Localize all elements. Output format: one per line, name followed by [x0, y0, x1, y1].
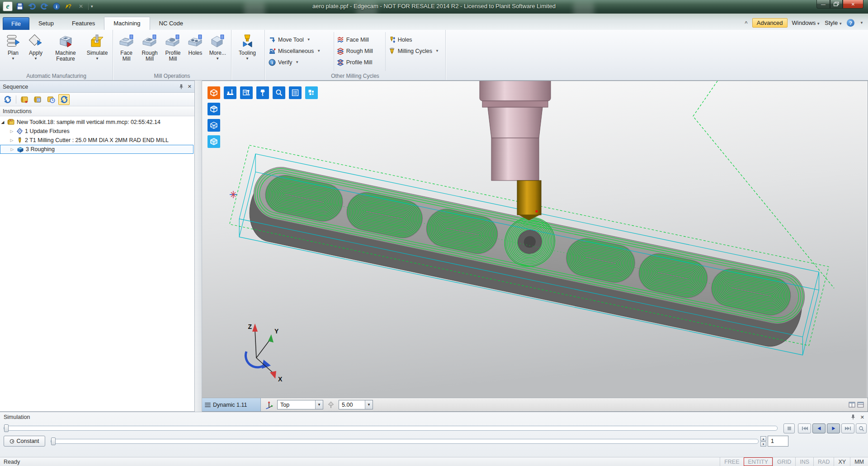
apply-dropdown-icon[interactable]: ▼ [34, 57, 38, 61]
status-xy[interactable]: XY [834, 457, 850, 466]
help-icon[interactable]: ? [847, 19, 854, 27]
tree-root-row[interactable]: ◢ NC New Toolkit.18: sample mill vertica… [0, 118, 194, 127]
select-dropdown-icon[interactable]: ▼ [315, 400, 323, 409]
holes-button[interactable]: Holes [184, 31, 206, 56]
fixtures-display-icon[interactable] [224, 86, 236, 99]
machine-display-icon[interactable] [240, 86, 253, 99]
expander-closed-icon[interactable]: ▷ [9, 138, 14, 143]
simulation-progress-handle[interactable] [4, 424, 9, 432]
split-horizontal-icon[interactable] [857, 402, 864, 408]
panel-splitter[interactable] [195, 81, 202, 412]
verify-button[interactable]: i Verify ▼ [267, 57, 333, 68]
play-button[interactable] [827, 423, 840, 433]
view-mode-chip[interactable]: Dynamic 1.11 [202, 398, 261, 411]
wireframe-view-icon[interactable] [208, 119, 220, 132]
rough-mill-button[interactable]: Rough Mill [138, 31, 161, 62]
help-dropdown-icon[interactable]: ▼ [860, 21, 863, 25]
tooling-button[interactable]: Tooling ▼ [233, 31, 261, 61]
milling-cycles-button[interactable]: Milling Cycles ▼ [387, 45, 443, 57]
time-estimate-button[interactable] [45, 94, 57, 105]
regenerate-button[interactable] [2, 94, 13, 105]
split-vertical-icon[interactable] [849, 402, 855, 408]
plan-dropdown-icon[interactable]: ▼ [11, 57, 15, 61]
expander-closed-icon[interactable]: ▷ [9, 147, 15, 152]
verify-dropdown-icon[interactable]: ▼ [295, 60, 299, 64]
tab-features[interactable]: Features [63, 17, 104, 30]
miscellaneous-button[interactable]: Miscellaneous ▼ [267, 45, 333, 57]
analyze-button[interactable] [856, 423, 867, 433]
plan-button[interactable]: Plan ▼ [2, 31, 24, 61]
move-tool-dropdown-icon[interactable]: ▼ [307, 38, 311, 42]
pin-icon[interactable] [179, 84, 184, 90]
tooling-dropdown-icon[interactable]: ▼ [245, 57, 249, 61]
status-mm[interactable]: MM [850, 457, 868, 466]
simulation-progress-track[interactable] [4, 426, 778, 431]
translucent-view-icon[interactable] [208, 135, 220, 148]
simulate-dropdown-icon[interactable]: ▼ [95, 57, 99, 61]
spinner-up-icon[interactable]: ▲ [760, 436, 766, 441]
tool-display-icon[interactable] [256, 86, 269, 99]
solid-view-icon[interactable] [208, 103, 220, 115]
skip-to-end-button[interactable] [841, 423, 854, 433]
windows-menu[interactable]: Windows▼ [792, 19, 821, 26]
step-back-button[interactable] [812, 423, 826, 433]
view-orientation-select[interactable]: Top ▼ [277, 400, 323, 409]
tree-item-roughing[interactable]: ▷ 3 Roughing [0, 145, 193, 154]
status-grid[interactable]: GRID [773, 457, 795, 466]
holes-cycle-button[interactable]: Holes [387, 34, 443, 45]
tab-file[interactable]: File [3, 17, 29, 30]
tab-nc-code[interactable]: NC Code [150, 17, 192, 30]
expander-closed-icon[interactable]: ▷ [9, 129, 14, 133]
restore-button[interactable] [830, 0, 843, 9]
move-tool-button[interactable]: Move Tool ▼ [267, 34, 333, 45]
profile-mill-button[interactable]: Profile Mill [161, 31, 184, 62]
depth-select[interactable]: 5.00 ▼ [339, 400, 373, 409]
stop-button[interactable] [783, 423, 795, 433]
close-panel-icon[interactable]: ✕ [188, 84, 192, 90]
toolstore-button[interactable]: ★ [19, 94, 30, 105]
apply-button[interactable]: Apply ▼ [24, 31, 47, 61]
stock-display-icon[interactable] [208, 86, 220, 99]
close-panel-icon[interactable]: ✕ [860, 414, 864, 420]
miscellaneous-dropdown-icon[interactable]: ▼ [317, 49, 321, 53]
skip-to-start-button[interactable] [798, 423, 811, 433]
face-mill-button[interactable]: Face Mill [115, 31, 138, 62]
tree-item-update-fixtures[interactable]: ▷ 1 Update Fixtures [0, 127, 194, 136]
minimize-button[interactable]: — [816, 0, 830, 9]
zoom-icon[interactable] [273, 86, 285, 99]
status-rad[interactable]: RAD [813, 457, 834, 466]
3d-scene: Z Y X [202, 81, 867, 398]
style-menu[interactable]: Style▼ [825, 19, 842, 26]
select-dropdown-icon[interactable]: ▼ [365, 400, 373, 409]
status-entity[interactable]: ENTITY [744, 457, 773, 466]
graphics-viewport[interactable]: Z Y X [202, 81, 868, 412]
tree-item-milling-cutter[interactable]: ▷ 2 T1 Milling Cutter : 25.0 MM DIA X 2M… [0, 136, 194, 145]
status-ins[interactable]: INS [795, 457, 813, 466]
speed-handle[interactable] [51, 437, 56, 445]
milling-cycles-dropdown-icon[interactable]: ▼ [435, 49, 439, 53]
sequence-list-button[interactable] [32, 94, 43, 105]
more-operations-button[interactable]: More... ▼ [206, 31, 229, 61]
expander-open-icon[interactable]: ◢ [0, 120, 5, 124]
spinner-down-icon[interactable]: ▼ [760, 442, 766, 447]
feature-list-icon[interactable] [289, 86, 302, 99]
profile-mill-cycle-button[interactable]: Profile Mill [335, 57, 384, 68]
pin-icon[interactable] [850, 414, 856, 420]
tab-machining[interactable]: Machining [104, 17, 150, 30]
collapse-ribbon-icon[interactable]: ^ [745, 20, 747, 26]
face-mill-cycle-button[interactable]: Face Mill [335, 34, 384, 45]
advanced-mode-toggle[interactable]: Advanced [752, 18, 788, 28]
rough-mill-cycle-button[interactable]: Rough Mill [335, 45, 384, 57]
speed-track[interactable] [51, 439, 759, 444]
tab-setup[interactable]: Setup [29, 17, 63, 30]
simulate-button[interactable]: Simulate ▼ [84, 31, 110, 61]
window-layout-icon[interactable] [305, 86, 318, 99]
step-value-field[interactable]: 1 [768, 436, 788, 447]
auto-update-button[interactable] [58, 94, 70, 105]
machine-feature-button[interactable]: Machine Feature [47, 31, 84, 62]
more-dropdown-icon[interactable]: ▼ [216, 57, 219, 61]
close-button[interactable]: ✕ [843, 0, 863, 9]
view-menu-icon[interactable] [205, 403, 211, 407]
constant-speed-button[interactable]: Constant [4, 436, 45, 447]
status-free[interactable]: FREE [720, 457, 743, 466]
